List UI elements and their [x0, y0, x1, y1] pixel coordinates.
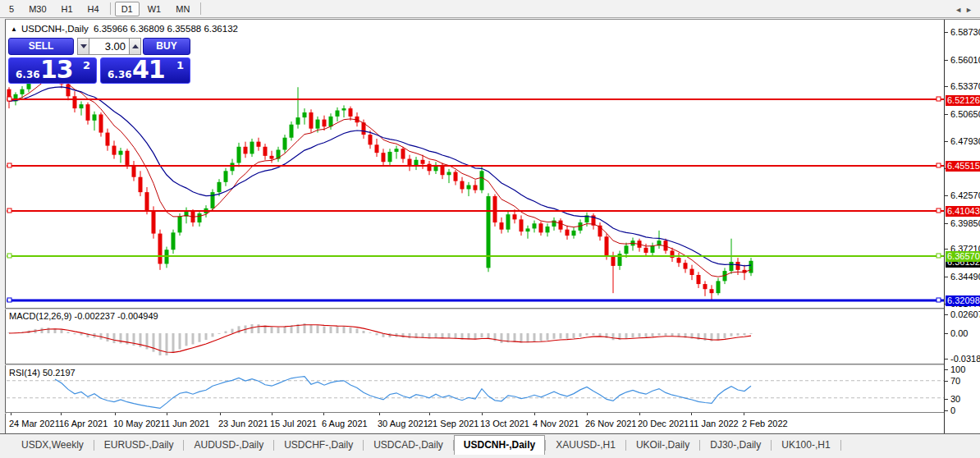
timeframe-button-m30[interactable]: M30	[22, 2, 53, 16]
macd-axis-tick: -0.031872	[950, 354, 980, 364]
lot-decrease-button[interactable]	[77, 38, 89, 55]
candle-body	[329, 117, 333, 126]
timeframe-button-h1[interactable]: H1	[55, 2, 80, 16]
candle-body	[690, 269, 694, 275]
macd-bar	[599, 333, 602, 336]
candle-body	[526, 228, 530, 231]
line-handle-right[interactable]	[936, 298, 941, 302]
line-handle-right[interactable]	[936, 163, 941, 167]
rsi-canvas[interactable]	[7, 366, 944, 413]
line-handle-left[interactable]	[7, 97, 11, 101]
price-line-badge-6.36570[interactable]: 6.36570	[946, 251, 980, 262]
macd-bar	[750, 333, 753, 334]
price-line-badge-6.32098[interactable]: 6.32098	[946, 295, 980, 306]
macd-bar	[251, 324, 254, 333]
candle-body	[506, 214, 511, 229]
horizontal-line-6.32098[interactable]	[7, 298, 944, 302]
macd-bar	[238, 326, 240, 333]
macd-bar	[80, 333, 83, 335]
macd-bar	[350, 327, 352, 333]
chart-tab-usdchf[interactable]: USDCHF-,Daily	[274, 435, 363, 456]
candle-body	[99, 114, 103, 132]
candle-body	[21, 89, 25, 94]
horizontal-line-6.45515[interactable]	[7, 163, 944, 167]
macd-bar	[717, 333, 720, 340]
line-handle-left[interactable]	[7, 163, 11, 167]
macd-bar	[474, 333, 477, 340]
macd-bar	[337, 326, 339, 333]
lot-size-input[interactable]: 3.00	[89, 38, 129, 55]
chart-tab-usdcnh[interactable]: USDCNH-,Daily	[454, 435, 545, 455]
macd-bar	[724, 333, 726, 338]
date-axis-tick	[639, 413, 640, 415]
rsi-axis-tick: 30	[950, 394, 960, 404]
candle-body	[66, 85, 71, 97]
candle-wick	[528, 226, 529, 239]
line-handle-right[interactable]	[936, 254, 941, 258]
candle-body	[303, 112, 307, 117]
candle-body	[605, 236, 609, 255]
price-line-badge-6.41043[interactable]: 6.41043	[946, 206, 980, 217]
line-handle-right[interactable]	[936, 97, 941, 101]
chart-tab-audusd[interactable]: AUDUSD-,Daily	[184, 435, 273, 456]
line-handle-left[interactable]	[7, 208, 11, 213]
date-axis-tick	[691, 413, 692, 415]
sell-button[interactable]: SELL	[8, 38, 74, 55]
date-axis-label: 26 Nov 2021	[585, 419, 636, 428]
sell-price-prefix: 6.36	[16, 69, 40, 80]
candle-body	[736, 262, 740, 270]
sell-price-box[interactable]: 6.36 13 2	[8, 57, 97, 84]
candle-body	[388, 152, 392, 162]
candle-body	[145, 192, 149, 210]
price-line-badge-6.45515[interactable]: 6.45515	[946, 161, 980, 172]
chart-tab-xauusd[interactable]: XAUUSD-,H1	[546, 435, 625, 456]
tab-scroll-right-icon[interactable]: ►	[965, 6, 976, 14]
macd-bar	[566, 333, 569, 339]
line-handle-left[interactable]	[7, 298, 11, 302]
chart-tab-usdx[interactable]: USDX,Weekly	[11, 435, 94, 456]
chart-tab-bar: USDX,WeeklyEURUSD-,DailyAUDUSD-,DailyUSD…	[0, 434, 980, 458]
tab-scroll-left-icon[interactable]: ◄	[955, 6, 965, 14]
candle-body	[73, 96, 77, 108]
horizontal-line-6.3657[interactable]	[7, 254, 944, 258]
candle-body	[139, 177, 143, 192]
lot-increase-button[interactable]	[129, 38, 141, 55]
chart-tab-dj30[interactable]: DJ30-,Daily	[700, 435, 771, 456]
macd-bar	[74, 333, 76, 334]
timeframe-button-5[interactable]: 5	[2, 2, 21, 16]
trade-panel-toggle-icon[interactable]: ▲	[11, 25, 17, 33]
lot-size-spinner: 3.00	[77, 38, 141, 55]
chart-tab-ukoil[interactable]: UKOil-,Daily	[626, 435, 699, 456]
candlestick-series	[7, 59, 753, 300]
timeframe-button-w1[interactable]: W1	[141, 2, 168, 16]
price-line-badge-6.52126[interactable]: 6.52126	[946, 95, 980, 106]
timeframe-button-d1[interactable]: D1	[115, 2, 140, 16]
buy-price-main: 41	[132, 55, 165, 84]
timeframe-button-mn[interactable]: MN	[169, 2, 196, 16]
candle-body	[749, 261, 753, 273]
macd-axis-tick-dash	[945, 333, 948, 334]
candle-wick	[396, 146, 397, 159]
rsi-panel-splitter[interactable]	[5, 364, 980, 365]
buy-price-box[interactable]: 6.36 41 1	[100, 57, 190, 84]
chart-tab-usdcad[interactable]: USDCAD-,Daily	[364, 435, 453, 456]
candle-wick	[81, 101, 82, 115]
chart-tab-eurusd[interactable]: EURUSD-,Daily	[94, 435, 184, 456]
buy-button[interactable]: BUY	[143, 38, 190, 55]
date-axis-label: 20 Dec 2021	[638, 419, 689, 428]
rsi-axis-tick-dash	[945, 410, 948, 411]
date-axis-tick	[587, 413, 588, 415]
date-axis: 24 Mar 202116 Apr 202110 May 20211 Jun 2…	[7, 413, 944, 433]
macd-axis-tick-dash	[945, 314, 948, 315]
line-handle-left[interactable]	[7, 254, 11, 258]
horizontal-line-6.52126[interactable]	[7, 97, 944, 101]
price-axis-tick-dash	[945, 114, 948, 115]
chart-tab-uk100[interactable]: UK100-,H1	[772, 435, 840, 456]
price-axis[interactable]: 6.587306.560106.533706.506506.479306.452…	[944, 20, 980, 433]
line-handle-right[interactable]	[936, 208, 941, 213]
candle-body	[237, 147, 241, 163]
candle-body	[152, 210, 156, 233]
timeframe-button-h4[interactable]: H4	[81, 2, 106, 16]
macd-bar	[553, 333, 556, 339]
rsi-axis-tick-dash	[945, 381, 948, 382]
